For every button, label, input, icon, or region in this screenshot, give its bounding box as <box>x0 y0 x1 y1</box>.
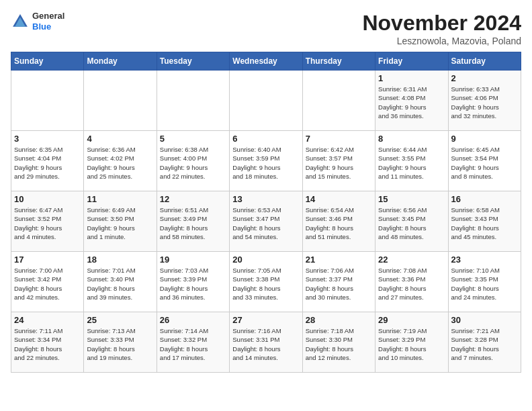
logo-icon <box>11 12 30 31</box>
day-number: 23 <box>451 255 518 265</box>
day-info: Sunrise: 6:33 AM Sunset: 4:06 PM Dayligh… <box>451 85 518 120</box>
day-info: Sunrise: 6:35 AM Sunset: 4:04 PM Dayligh… <box>14 145 81 181</box>
day-info: Sunrise: 7:00 AM Sunset: 3:42 PM Dayligh… <box>14 266 81 302</box>
calendar-cell: 6Sunrise: 6:40 AM Sunset: 3:59 PM Daylig… <box>230 131 302 191</box>
day-number: 10 <box>14 194 81 204</box>
day-info: Sunrise: 6:44 AM Sunset: 3:55 PM Dayligh… <box>378 145 445 181</box>
calendar-cell: 24Sunrise: 7:11 AM Sunset: 3:34 PM Dayli… <box>11 312 84 373</box>
logo-blue-text: Blue <box>32 21 64 32</box>
calendar-week-5: 24Sunrise: 7:11 AM Sunset: 3:34 PM Dayli… <box>11 312 521 373</box>
calendar-cell: 18Sunrise: 7:01 AM Sunset: 3:40 PM Dayli… <box>84 252 157 312</box>
weekday-header-sunday: Sunday <box>11 52 84 71</box>
day-info: Sunrise: 7:06 AM Sunset: 3:37 PM Dayligh… <box>306 266 372 302</box>
calendar-cell: 23Sunrise: 7:10 AM Sunset: 3:35 PM Dayli… <box>448 252 521 312</box>
logo-general-text: General <box>32 11 64 21</box>
day-number: 4 <box>87 134 153 144</box>
calendar-cell: 19Sunrise: 7:03 AM Sunset: 3:39 PM Dayli… <box>157 252 229 312</box>
day-number: 29 <box>378 315 445 325</box>
day-number: 20 <box>232 255 299 265</box>
calendar-cell: 2Sunrise: 6:33 AM Sunset: 4:06 PM Daylig… <box>448 71 521 131</box>
day-info: Sunrise: 6:58 AM Sunset: 3:43 PM Dayligh… <box>451 205 518 241</box>
weekday-header-monday: Monday <box>84 52 157 71</box>
calendar-cell: 13Sunrise: 6:53 AM Sunset: 3:47 PM Dayli… <box>230 191 302 252</box>
day-number: 18 <box>87 255 153 265</box>
calendar-week-1: 1Sunrise: 6:31 AM Sunset: 4:08 PM Daylig… <box>11 71 521 131</box>
day-number: 22 <box>378 255 445 265</box>
logo: General Blue <box>11 11 64 32</box>
weekday-header-thursday: Thursday <box>302 52 375 71</box>
calendar-cell: 10Sunrise: 6:47 AM Sunset: 3:52 PM Dayli… <box>11 191 84 252</box>
day-info: Sunrise: 6:49 AM Sunset: 3:50 PM Dayligh… <box>87 205 153 241</box>
day-info: Sunrise: 6:36 AM Sunset: 4:02 PM Dayligh… <box>87 145 153 181</box>
calendar-cell: 17Sunrise: 7:00 AM Sunset: 3:42 PM Dayli… <box>11 252 84 312</box>
header: General Blue November 2024 Lesznowola, M… <box>11 11 521 46</box>
weekday-row: SundayMondayTuesdayWednesdayThursdayFrid… <box>11 52 521 71</box>
calendar-cell: 25Sunrise: 7:13 AM Sunset: 3:33 PM Dayli… <box>84 312 157 373</box>
day-number: 11 <box>87 194 153 204</box>
day-number: 14 <box>306 194 372 204</box>
day-number: 1 <box>378 73 445 83</box>
day-number: 21 <box>306 255 372 265</box>
calendar-cell: 15Sunrise: 6:56 AM Sunset: 3:45 PM Dayli… <box>375 191 448 252</box>
calendar-cell <box>230 71 302 131</box>
day-number: 7 <box>306 134 372 144</box>
day-info: Sunrise: 6:45 AM Sunset: 3:54 PM Dayligh… <box>451 145 518 181</box>
calendar-header: SundayMondayTuesdayWednesdayThursdayFrid… <box>11 52 521 71</box>
day-number: 12 <box>160 194 226 204</box>
weekday-header-wednesday: Wednesday <box>230 52 302 71</box>
calendar-cell: 28Sunrise: 7:18 AM Sunset: 3:30 PM Dayli… <box>302 312 375 373</box>
day-number: 2 <box>451 73 518 83</box>
day-number: 19 <box>160 255 226 265</box>
day-number: 24 <box>14 315 81 325</box>
calendar-cell: 20Sunrise: 7:05 AM Sunset: 3:38 PM Dayli… <box>230 252 302 312</box>
calendar-cell: 27Sunrise: 7:16 AM Sunset: 3:31 PM Dayli… <box>230 312 302 373</box>
day-number: 17 <box>14 255 81 265</box>
day-number: 26 <box>160 315 226 325</box>
calendar-cell <box>11 71 84 131</box>
calendar-body: 1Sunrise: 6:31 AM Sunset: 4:08 PM Daylig… <box>11 71 521 373</box>
calendar-cell <box>84 71 157 131</box>
day-number: 13 <box>232 194 299 204</box>
day-info: Sunrise: 7:21 AM Sunset: 3:28 PM Dayligh… <box>451 326 518 362</box>
month-title: November 2024 <box>362 11 521 36</box>
calendar-cell: 5Sunrise: 6:38 AM Sunset: 4:00 PM Daylig… <box>157 131 229 191</box>
calendar-cell <box>302 71 375 131</box>
day-number: 9 <box>451 134 518 144</box>
calendar-cell: 30Sunrise: 7:21 AM Sunset: 3:28 PM Dayli… <box>448 312 521 373</box>
calendar-cell: 7Sunrise: 6:42 AM Sunset: 3:57 PM Daylig… <box>302 131 375 191</box>
day-number: 8 <box>378 134 445 144</box>
calendar-cell: 1Sunrise: 6:31 AM Sunset: 4:08 PM Daylig… <box>375 71 448 131</box>
day-number: 30 <box>451 315 518 325</box>
day-info: Sunrise: 7:14 AM Sunset: 3:32 PM Dayligh… <box>160 326 226 362</box>
day-info: Sunrise: 6:51 AM Sunset: 3:49 PM Dayligh… <box>160 205 226 241</box>
calendar-week-3: 10Sunrise: 6:47 AM Sunset: 3:52 PM Dayli… <box>11 191 521 252</box>
day-number: 3 <box>14 134 81 144</box>
calendar-cell: 29Sunrise: 7:19 AM Sunset: 3:29 PM Dayli… <box>375 312 448 373</box>
day-info: Sunrise: 6:38 AM Sunset: 4:00 PM Dayligh… <box>160 145 226 181</box>
calendar-week-2: 3Sunrise: 6:35 AM Sunset: 4:04 PM Daylig… <box>11 131 521 191</box>
day-info: Sunrise: 6:47 AM Sunset: 3:52 PM Dayligh… <box>14 205 81 241</box>
day-number: 15 <box>378 194 445 204</box>
calendar-cell <box>157 71 229 131</box>
weekday-header-friday: Friday <box>375 52 448 71</box>
day-info: Sunrise: 7:13 AM Sunset: 3:33 PM Dayligh… <box>87 326 153 362</box>
day-info: Sunrise: 7:05 AM Sunset: 3:38 PM Dayligh… <box>232 266 299 302</box>
calendar-cell: 22Sunrise: 7:08 AM Sunset: 3:36 PM Dayli… <box>375 252 448 312</box>
day-number: 6 <box>232 134 299 144</box>
day-number: 5 <box>160 134 226 144</box>
day-info: Sunrise: 7:11 AM Sunset: 3:34 PM Dayligh… <box>14 326 81 362</box>
calendar-cell: 21Sunrise: 7:06 AM Sunset: 3:37 PM Dayli… <box>302 252 375 312</box>
weekday-header-tuesday: Tuesday <box>157 52 229 71</box>
day-info: Sunrise: 7:16 AM Sunset: 3:31 PM Dayligh… <box>232 326 299 362</box>
title-area: November 2024 Lesznowola, Mazovia, Polan… <box>362 11 521 46</box>
day-info: Sunrise: 7:08 AM Sunset: 3:36 PM Dayligh… <box>378 266 445 302</box>
day-info: Sunrise: 7:01 AM Sunset: 3:40 PM Dayligh… <box>87 266 153 302</box>
day-info: Sunrise: 6:31 AM Sunset: 4:08 PM Dayligh… <box>378 85 445 120</box>
calendar-cell: 14Sunrise: 6:54 AM Sunset: 3:46 PM Dayli… <box>302 191 375 252</box>
day-info: Sunrise: 7:19 AM Sunset: 3:29 PM Dayligh… <box>378 326 445 362</box>
day-info: Sunrise: 6:40 AM Sunset: 3:59 PM Dayligh… <box>232 145 299 181</box>
calendar-week-4: 17Sunrise: 7:00 AM Sunset: 3:42 PM Dayli… <box>11 252 521 312</box>
day-number: 25 <box>87 315 153 325</box>
calendar-cell: 11Sunrise: 6:49 AM Sunset: 3:50 PM Dayli… <box>84 191 157 252</box>
day-info: Sunrise: 6:54 AM Sunset: 3:46 PM Dayligh… <box>306 205 372 241</box>
